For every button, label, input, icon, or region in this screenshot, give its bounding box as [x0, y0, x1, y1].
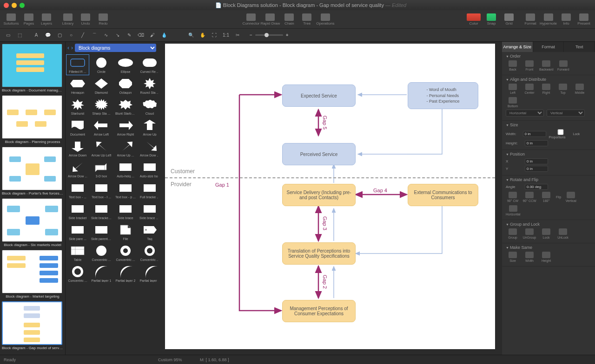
zoom-tool[interactable]: 🔍 — [186, 30, 196, 40]
same-size-button[interactable]: Size — [506, 252, 520, 262]
front-button[interactable]: Front — [522, 60, 536, 71]
rapid-draw-button[interactable]: Rapid Draw — [261, 11, 280, 28]
order-section[interactable]: Order — [506, 54, 591, 58]
shape-table[interactable]: Table — [66, 243, 89, 263]
shape-3-d-box[interactable]: 3-D box — [90, 159, 113, 179]
lib-forward-icon[interactable]: › — [71, 45, 73, 51]
spline-tool[interactable]: ∿ — [101, 30, 111, 40]
rect-tool[interactable]: ▢ — [54, 30, 65, 40]
shape-ellipse[interactable]: Ellipse — [114, 55, 137, 75]
group-section[interactable]: Group and Lock — [506, 222, 591, 227]
shape-side-brace-[interactable]: Side brace - ... — [138, 201, 158, 221]
dist-h-select[interactable]: Horizontal — [506, 110, 544, 117]
shape-diamond[interactable]: Diamond — [90, 76, 113, 96]
tree-button[interactable]: Tree — [298, 11, 315, 28]
flip-h-button[interactable]: Horizontal — [506, 205, 521, 216]
unlock-button[interactable]: UnLock — [556, 228, 570, 239]
delivery-block[interactable]: Service Delivery (Including pre- and pos… — [282, 184, 356, 206]
eyedrop-tool[interactable]: 💧 — [159, 30, 169, 40]
makesame-section[interactable]: Make Same — [506, 245, 591, 250]
callout-tool[interactable]: 💬 — [43, 30, 53, 40]
shape-partial-layer-2[interactable]: Partial layer 2 — [114, 264, 137, 284]
shape-auto-heig-[interactable]: Auto-heig ... — [114, 159, 137, 179]
zoom-in-icon[interactable]: + — [286, 32, 289, 38]
chain-button[interactable]: Chain — [281, 11, 298, 28]
zoom-slider[interactable]: − + — [250, 32, 289, 38]
shape-side-bracket-[interactable]: Side bracket ... — [90, 201, 113, 221]
minimize-icon[interactable] — [12, 3, 17, 8]
back-button[interactable]: Back — [506, 60, 520, 71]
rotate-180-button[interactable]: 180° — [539, 192, 553, 202]
redo-button[interactable]: Redo — [95, 11, 112, 28]
shape-file[interactable]: File — [114, 222, 137, 242]
lock-button[interactable]: Lock — [539, 228, 553, 239]
shape-text-box-i-[interactable]: Text box - I ... — [90, 180, 113, 200]
color-button[interactable]: Color — [465, 11, 482, 28]
crop-tool[interactable]: ✂ — [232, 30, 243, 40]
shape-full-bracke-[interactable]: Full bracke ... — [138, 180, 158, 200]
fit-tool[interactable]: ⛶ — [209, 30, 219, 40]
shape-side-brace[interactable]: Side brace — [114, 201, 137, 221]
snap-button[interactable]: Snap — [483, 11, 500, 28]
page-thumb[interactable]: Block diagram - Porter's five forces mod… — [2, 147, 63, 195]
layers-button[interactable]: Layers — [38, 11, 55, 28]
actual-tool[interactable]: 1:1 — [221, 30, 231, 40]
align-left-button[interactable]: Left — [506, 84, 520, 94]
height-field[interactable] — [525, 140, 548, 146]
ungroup-button[interactable]: UnGroup — [522, 228, 536, 239]
connector-button[interactable]: Connector — [243, 11, 260, 28]
shape-arrow-dow-[interactable]: Arrow Dow ... — [138, 138, 158, 158]
align-bottom-button[interactable]: Bottom — [506, 97, 520, 108]
pencil-tool[interactable]: ✎ — [124, 30, 134, 40]
y-field[interactable] — [525, 166, 548, 172]
eraser-tool[interactable]: ⌫ — [136, 30, 146, 40]
operations-button[interactable]: Operations — [316, 11, 334, 28]
library-button[interactable]: Library — [60, 11, 76, 28]
translation-block[interactable]: Translation of Perceptions into Service … — [282, 242, 356, 265]
shape-hexagon[interactable]: Hexagon — [66, 76, 89, 96]
shape-text-box-[interactable]: Text box - ... — [66, 180, 89, 200]
shape-document[interactable]: Document — [66, 117, 89, 137]
perceived-block[interactable]: Perceived Service — [282, 143, 356, 165]
shape-side-parenth-[interactable]: Side parenth ... — [90, 222, 113, 242]
align-center-button[interactable]: Center — [522, 84, 536, 94]
shape-arrow-right[interactable]: Arrow Right — [114, 117, 137, 137]
pages-button[interactable]: Pages — [20, 11, 37, 28]
shape-side-bracket[interactable]: Side bracket — [66, 201, 89, 221]
ellipse-tool[interactable]: ○ — [66, 30, 76, 40]
present-button[interactable]: Present — [575, 11, 592, 28]
hypernote-button[interactable]: Hypernote — [540, 11, 557, 28]
shape-text-box-p-[interactable]: Text box - p ... — [114, 180, 137, 200]
shape-side-pare-[interactable]: Side pare ... — [66, 222, 89, 242]
size-section[interactable]: Size — [506, 123, 591, 127]
rotate-cw-button[interactable]: 90° CW — [506, 192, 520, 202]
status-zoom[interactable]: Custom 95% — [158, 358, 182, 362]
rotate-ccw-button[interactable]: 90° CCW — [522, 192, 536, 202]
page-thumb[interactable]: Block diagram - Planning process — [2, 95, 63, 144]
info-button[interactable]: Info — [558, 11, 575, 28]
solutions-button[interactable]: Solutions — [3, 11, 20, 28]
shape-curved-re-[interactable]: Curved Re ... — [138, 55, 158, 75]
align-section[interactable]: Align and Distribute — [506, 77, 591, 82]
close-icon[interactable] — [4, 3, 9, 8]
lasso-tool[interactable]: ⬚ — [14, 30, 25, 40]
lib-back-icon[interactable]: ‹ — [67, 45, 69, 51]
shape-starburst[interactable]: Starburst — [66, 97, 89, 117]
format-button[interactable]: Format — [522, 11, 539, 28]
tab-format[interactable]: Format — [533, 42, 564, 52]
line-tool[interactable]: ╱ — [78, 30, 88, 40]
align-middle-button[interactable]: Middle — [573, 84, 587, 94]
shape-concentric-[interactable]: Concentric ... — [114, 243, 137, 263]
shape-blunt-starburst[interactable]: Blunt Starburst — [114, 97, 137, 117]
shape-concentric-[interactable]: Concentric ... — [138, 243, 158, 263]
shape-arrow-up[interactable]: Arrow Up — [138, 117, 158, 137]
shape-tag[interactable]: Tag — [138, 222, 158, 242]
tab-text[interactable]: Text — [564, 42, 595, 52]
text-tool[interactable]: A — [31, 30, 41, 40]
mgmt-block[interactable]: Management Perceptions of Consumer Expec… — [282, 300, 356, 322]
shape-arrow-down[interactable]: Arrow Down — [66, 138, 89, 158]
maximize-icon[interactable] — [20, 3, 25, 8]
shape-partial-layer-3[interactable]: Partial layer 3 — [138, 264, 158, 284]
brush-tool[interactable]: 🖌 — [147, 30, 158, 40]
shape-sharp-sta-[interactable]: Sharp Sta ... — [90, 97, 113, 117]
